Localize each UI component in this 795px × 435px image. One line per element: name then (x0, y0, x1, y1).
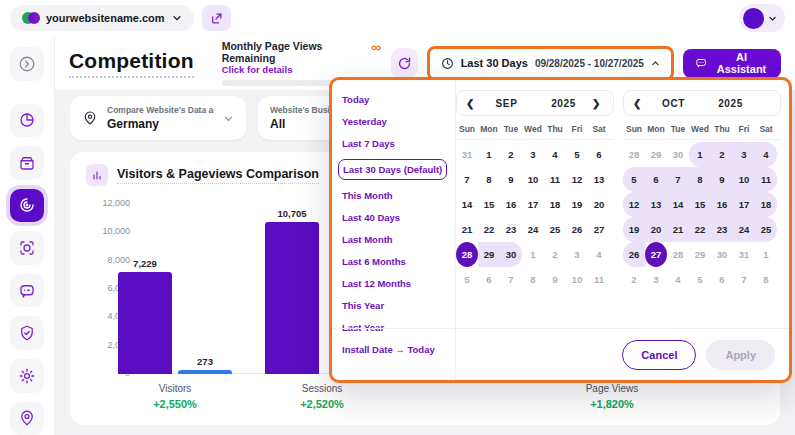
sidebar-item-products[interactable] (10, 146, 44, 180)
day-cell[interactable]: 26 (623, 242, 645, 267)
account-menu[interactable] (739, 4, 785, 32)
refresh-button[interactable] (391, 48, 417, 78)
day-cell[interactable]: 1 (689, 142, 711, 167)
preset-option[interactable]: Yesterday (342, 115, 445, 128)
apply-button[interactable]: Apply (706, 340, 775, 370)
day-cell[interactable]: 17 (522, 192, 544, 217)
day-cell[interactable]: 10 (733, 167, 755, 192)
day-cell[interactable]: 5 (623, 167, 645, 192)
day-cell[interactable]: 30 (667, 142, 689, 167)
sidebar-toggle-button[interactable] (10, 47, 44, 81)
day-cell[interactable]: 23 (500, 217, 522, 242)
day-cell[interactable]: 13 (588, 167, 610, 192)
day-cell[interactable]: 29 (478, 242, 500, 267)
day-cell[interactable]: 11 (544, 167, 566, 192)
day-cell[interactable]: 4 (588, 242, 610, 267)
sidebar-item-messages[interactable] (10, 274, 44, 308)
day-cell[interactable]: 8 (755, 267, 777, 292)
day-cell[interactable]: 6 (588, 142, 610, 167)
day-cell[interactable]: 6 (711, 267, 733, 292)
day-cell[interactable]: 1 (522, 242, 544, 267)
day-cell[interactable]: 28 (623, 142, 645, 167)
day-cell[interactable]: 6 (478, 267, 500, 292)
day-cell[interactable]: 20 (588, 192, 610, 217)
cancel-button[interactable]: Cancel (622, 340, 696, 370)
day-cell[interactable]: 2 (544, 242, 566, 267)
day-cell[interactable]: 30 (500, 242, 522, 267)
day-cell[interactable]: 7 (456, 167, 478, 192)
day-cell[interactable]: 2 (500, 142, 522, 167)
sidebar-item-local[interactable] (10, 402, 44, 435)
day-cell[interactable]: 21 (456, 217, 478, 242)
day-cell[interactable]: 12 (623, 192, 645, 217)
day-cell[interactable]: 27 (645, 242, 667, 267)
day-cell[interactable]: 5 (689, 267, 711, 292)
day-cell[interactable]: 20 (645, 217, 667, 242)
day-cell[interactable]: 3 (733, 142, 755, 167)
day-cell[interactable]: 22 (478, 217, 500, 242)
day-cell[interactable]: 7 (667, 167, 689, 192)
day-cell[interactable]: 25 (544, 217, 566, 242)
day-cell[interactable]: 2 (711, 142, 733, 167)
ai-assistant-button[interactable]: AI Assistant (683, 49, 781, 78)
day-cell[interactable]: 4 (755, 142, 777, 167)
sidebar-item-tracking[interactable] (10, 231, 44, 265)
day-cell[interactable]: 27 (588, 217, 610, 242)
day-cell[interactable]: 6 (645, 167, 667, 192)
day-cell[interactable]: 11 (588, 267, 610, 292)
preset-option[interactable]: Last Month (342, 233, 445, 246)
day-cell[interactable]: 31 (733, 242, 755, 267)
day-cell[interactable]: 24 (522, 217, 544, 242)
preset-option[interactable]: Last 6 Months (342, 255, 445, 268)
next-month-button[interactable]: ❯ (592, 98, 604, 109)
day-cell[interactable]: 22 (689, 217, 711, 242)
bar-visitors[interactable] (178, 370, 232, 374)
day-cell[interactable]: 14 (456, 192, 478, 217)
day-cell[interactable]: 1 (755, 242, 777, 267)
day-cell[interactable]: 4 (667, 267, 689, 292)
day-cell[interactable]: 1 (478, 142, 500, 167)
day-cell[interactable]: 28 (667, 242, 689, 267)
day-cell[interactable]: 23 (711, 217, 733, 242)
bar-visitors[interactable] (118, 272, 172, 374)
day-cell[interactable]: 9 (711, 167, 733, 192)
bar-sessions[interactable] (265, 222, 319, 374)
day-cell[interactable]: 5 (456, 267, 478, 292)
day-cell[interactable]: 19 (566, 192, 588, 217)
day-cell[interactable]: 24 (733, 217, 755, 242)
sidebar-item-dashboard[interactable] (10, 104, 44, 138)
day-cell[interactable]: 8 (522, 267, 544, 292)
date-range-selector[interactable]: Last 30 Days 09/28/2025 - 10/27/2025 (431, 50, 670, 77)
day-cell[interactable]: 8 (478, 167, 500, 192)
day-cell[interactable]: 30 (711, 242, 733, 267)
day-cell[interactable]: 28 (456, 242, 478, 267)
day-cell[interactable]: 18 (755, 192, 777, 217)
preset-option[interactable]: Today (342, 93, 445, 106)
preset-option[interactable]: This Year (342, 299, 445, 312)
day-cell[interactable]: 18 (544, 192, 566, 217)
day-cell[interactable]: 15 (478, 192, 500, 217)
day-cell[interactable]: 12 (566, 167, 588, 192)
day-cell[interactable]: 25 (755, 217, 777, 242)
day-cell[interactable]: 5 (566, 142, 588, 167)
day-cell[interactable]: 17 (733, 192, 755, 217)
day-cell[interactable]: 29 (689, 242, 711, 267)
sidebar-item-security[interactable] (10, 316, 44, 350)
day-cell[interactable]: 2 (623, 267, 645, 292)
day-cell[interactable]: 26 (566, 217, 588, 242)
day-cell[interactable]: 4 (544, 142, 566, 167)
preset-option[interactable]: Last 7 Days (342, 137, 445, 150)
day-cell[interactable]: 29 (645, 142, 667, 167)
share-button[interactable] (202, 5, 231, 31)
day-cell[interactable]: 10 (566, 267, 588, 292)
day-cell[interactable]: 3 (645, 267, 667, 292)
day-cell[interactable]: 19 (623, 217, 645, 242)
sidebar-item-settings[interactable] (10, 359, 44, 393)
day-cell[interactable]: 16 (711, 192, 733, 217)
day-cell[interactable]: 10 (522, 167, 544, 192)
prev-month-button[interactable]: ❮ (633, 98, 645, 109)
preset-option[interactable]: Last 12 Months (342, 277, 445, 290)
site-selector[interactable]: yourwebsitename.com (10, 5, 194, 31)
day-cell[interactable]: 31 (456, 142, 478, 167)
sidebar-item-competition[interactable] (10, 189, 44, 223)
